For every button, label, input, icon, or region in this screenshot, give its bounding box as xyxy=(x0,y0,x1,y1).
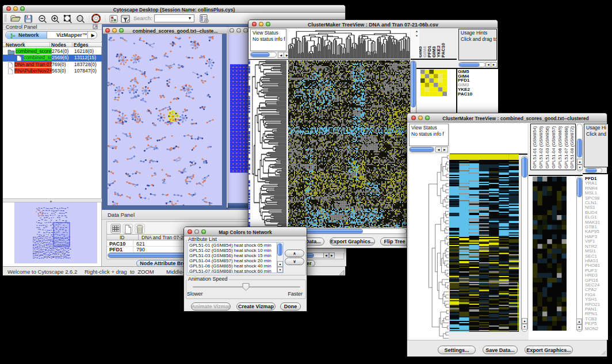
svg-text:PAC10: PAC10 xyxy=(441,43,446,58)
svg-text:GPL51-02 (GSM855): GPL51-02 (GSM855) xyxy=(538,126,544,168)
svg-text:GPL51-07 (GSM868): GPL51-07 (GSM868) xyxy=(564,126,569,168)
svg-text:1:1: 1:1 xyxy=(78,17,82,20)
svg-text:GPL51-06 (GSM865): GPL51-06 (GSM865) xyxy=(557,126,563,168)
svg-text:GPL51-03 (GSM856): GPL51-03 (GSM856) xyxy=(545,126,550,168)
svg-text:GPL51-04 (GSM857): GPL51-04 (GSM857) xyxy=(551,126,556,168)
svg-text:GPL51-08 (GSM872): GPL51-08 (GSM872) xyxy=(569,126,575,168)
svg-text:GPL51-01 (GSM854): GPL51-01 (GSM854) xyxy=(532,126,537,168)
